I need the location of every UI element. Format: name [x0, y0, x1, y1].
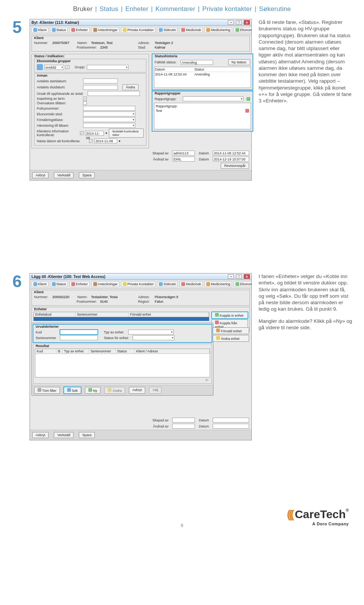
nollstall-button[interactable]: Nollställ Kontrollera datur	[109, 129, 143, 138]
sok-button[interactable]: Sök	[64, 387, 81, 394]
tab-medicinsk[interactable]: Medicinsk	[179, 281, 203, 287]
col-enhetskod: Enhetskod	[34, 312, 75, 317]
minimize-icon[interactable]: –	[228, 20, 234, 25]
legend-urval: Urvalskriterier	[36, 325, 210, 328]
tab-enheter[interactable]: Enheter	[69, 281, 90, 287]
page-number: 8	[181, 523, 183, 528]
klient-namn-label: Namn:	[77, 295, 89, 299]
sep: |	[94, 5, 98, 13]
nystatus-button[interactable]: Ny status:	[228, 59, 250, 65]
tab-enheter[interactable]: Enheter	[69, 27, 90, 33]
pill-icon	[206, 282, 210, 286]
contact-icon	[123, 28, 127, 32]
klient-postnr-label: Postnummer:	[77, 46, 99, 49]
search-icon	[159, 28, 163, 32]
calendar-icon[interactable]: ▾	[119, 139, 121, 143]
tab-privata-kontakter[interactable]: Privata Kontakter	[121, 27, 155, 33]
overvakare-checkbox[interactable]	[83, 101, 87, 105]
enskild-select[interactable]: enskild	[44, 65, 64, 70]
typ-enhet-select[interactable]	[128, 330, 174, 335]
inspelning-checkbox[interactable]	[83, 97, 87, 101]
crumb: Søkerutine	[259, 5, 291, 13]
nastadatum-date[interactable]: 2014-11-08	[94, 138, 117, 143]
klient-adress: Plutonsvägen 8	[155, 295, 178, 299]
avbryt-button[interactable]: Avbryt	[32, 172, 49, 178]
tab-privata-kontakter[interactable]: Privata Kontakter	[121, 281, 155, 287]
scroll-right-icon[interactable]: ▷	[206, 378, 209, 382]
verkstall-button[interactable]: Verkställ	[54, 172, 74, 178]
avbryt-button[interactable]: Avbryt	[32, 432, 49, 438]
startdatum-input[interactable]	[83, 79, 118, 83]
statusenhet-select[interactable]	[133, 335, 174, 340]
plug-in-icon	[215, 313, 219, 317]
avbryt2-button[interactable]: Avbryt	[129, 387, 145, 394]
tab-anteckningar[interactable]: Anteckningar	[91, 281, 120, 287]
policynr-input[interactable]	[83, 106, 135, 111]
tab-sokrutin[interactable]: Sökrutin	[157, 281, 178, 287]
klient-postnr: 2345	[100, 46, 136, 49]
tab-klient[interactable]: Klient	[31, 281, 49, 287]
tab-status[interactable]: Status	[50, 281, 68, 287]
grupp-select[interactable]	[87, 65, 129, 70]
plus-icon[interactable]	[246, 97, 250, 101]
andra-enhet-button[interactable]: Ändra enhet	[213, 335, 249, 342]
tab-sokrutin[interactable]: Sökrutin	[157, 27, 178, 33]
tab-status[interactable]: Status	[50, 27, 68, 33]
selected-row[interactable]	[34, 317, 209, 321]
koppla-in-enhet-button[interactable]: Koppla in enhet	[212, 312, 248, 319]
tab-ekonomisk[interactable]: Ekonomisk	[234, 281, 251, 287]
minimize-icon[interactable]: –	[228, 274, 234, 279]
nastadatum-check[interactable]	[89, 139, 93, 143]
delete-icon[interactable]	[245, 109, 249, 113]
ekostod-select[interactable]	[83, 112, 135, 116]
klient-adress-label: Adress:	[138, 295, 153, 299]
tab-klient[interactable]: Klient	[31, 27, 49, 33]
spara-button[interactable]: Spara	[79, 432, 95, 438]
slutdatum-input[interactable]	[83, 85, 118, 90]
andra-button[interactable]: Ändra	[104, 387, 125, 394]
andra-button[interactable]: Ändra	[122, 84, 138, 90]
klient-nummer: 200092220	[52, 295, 76, 299]
tab-medicinering[interactable]: Medicinering	[204, 27, 232, 33]
spara-button[interactable]: Spara	[79, 172, 95, 178]
forvald-enhet-button[interactable]: Förvald enhet	[213, 327, 249, 334]
klientinfo-kontr-check[interactable]	[80, 131, 83, 135]
step6-explain: I fanen «Enheter» velger du «Koble inn e…	[259, 273, 353, 336]
verkstall-button[interactable]: Verkställ	[54, 432, 74, 438]
tab-anteckningar[interactable]: Anteckningar	[91, 27, 120, 33]
search-icon	[159, 282, 163, 286]
step5-explain: Gå til neste fane, «Status». Registrer b…	[259, 19, 353, 109]
lakare-select[interactable]	[83, 123, 135, 128]
maximize-icon[interactable]: □	[236, 274, 242, 279]
legend-status-ind: Status / Indikation:	[34, 54, 147, 58]
datum1-value: 2014-11-08 12:52:44	[213, 151, 249, 156]
maximize-icon[interactable]: □	[236, 20, 242, 25]
rapgrupp-select[interactable]	[183, 96, 243, 101]
crumb: Status	[100, 5, 118, 13]
legend-ekogrp: Ekonomiska grupper	[37, 59, 144, 63]
brand-name: CareTech®	[295, 508, 349, 521]
klient-nummer: 200079367	[52, 41, 76, 45]
window-title: Byt -Klienter (113: Kalmar)	[31, 20, 79, 25]
tab-medicinsk[interactable]: Medicinsk	[179, 27, 203, 33]
klient-namn-label: Namn:	[77, 41, 89, 45]
tab-ekonomisk[interactable]: Ekonomisk	[234, 27, 251, 33]
valj-button[interactable]: Välj	[149, 387, 162, 394]
kod-input[interactable]	[60, 330, 98, 335]
policynr-label: Policynummer:	[37, 107, 82, 110]
ny-button[interactable]: Ny	[85, 387, 101, 394]
klientinfo-kontr-date[interactable]: 2014-11-08	[85, 131, 104, 136]
close-icon[interactable]: x	[244, 20, 250, 25]
step-number-6: 6	[11, 273, 23, 290]
calendar-icon[interactable]: ▾	[105, 131, 107, 135]
revisionsspar-button[interactable]: Revisionsspår	[221, 163, 249, 169]
tom-filter-button[interactable]: Töm filter	[34, 387, 60, 394]
sn-input[interactable]	[60, 335, 98, 340]
col-status: Status	[195, 68, 204, 71]
enskild-checkbox[interactable]	[66, 65, 69, 69]
orsak-input[interactable]	[88, 91, 140, 96]
forsakring-select[interactable]	[83, 117, 135, 122]
close-icon[interactable]: x	[244, 274, 250, 279]
tab-medicinering[interactable]: Medicinering	[204, 281, 232, 287]
legend-resultat: Resultat	[36, 344, 210, 348]
